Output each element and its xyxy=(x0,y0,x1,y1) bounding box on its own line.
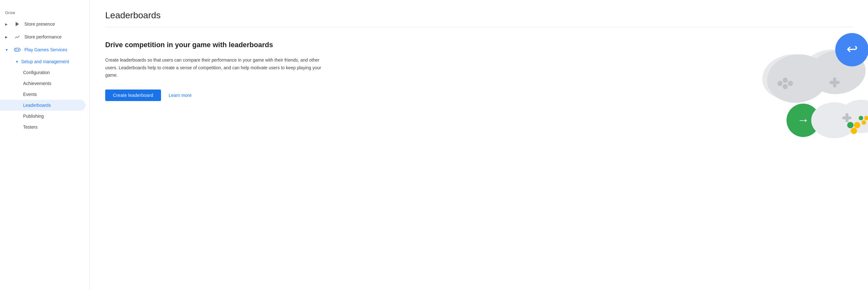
sidebar-label-achievements: Achievements xyxy=(23,81,51,86)
sidebar-label-events: Events xyxy=(23,92,37,97)
svg-point-39 xyxy=(851,128,857,134)
sidebar-item-events[interactable]: Events xyxy=(0,89,86,100)
svg-marker-0 xyxy=(16,22,19,26)
svg-rect-24 xyxy=(833,77,836,88)
illustration: ↩ → xyxy=(752,26,868,148)
sidebar-label-store-performance: Store performance xyxy=(24,34,62,39)
sidebar-label-testers: Testers xyxy=(23,125,37,130)
sidebar-label-setup-management: Setup and management xyxy=(21,59,69,64)
sidebar-item-leaderboards[interactable]: Leaderboards xyxy=(0,100,86,111)
svg-point-34 xyxy=(859,116,863,120)
store-presence-icon xyxy=(14,21,21,27)
sidebar-item-configuration[interactable]: Configuration xyxy=(0,67,86,78)
expand-icon-store-presence: ▶ xyxy=(5,23,10,26)
svg-point-22 xyxy=(778,81,783,86)
action-buttons: Create leaderboard Learn more xyxy=(105,90,323,101)
sidebar-item-store-presence[interactable]: ▶ Store presence xyxy=(0,18,86,30)
svg-text:→: → xyxy=(797,113,809,127)
store-performance-icon xyxy=(14,34,21,40)
grow-section-label: Grow xyxy=(0,5,90,18)
play-games-icon xyxy=(14,46,21,53)
svg-point-21 xyxy=(783,84,788,89)
svg-point-19 xyxy=(788,81,793,86)
svg-point-2 xyxy=(16,50,16,50)
sidebar-item-setup-management[interactable]: ▼ Setup and management xyxy=(0,56,86,67)
svg-point-5 xyxy=(16,51,16,51)
expand-icon-store-performance: ▶ xyxy=(5,35,10,39)
svg-point-18 xyxy=(805,71,828,84)
svg-rect-33 xyxy=(845,113,848,122)
sidebar-label-configuration: Configuration xyxy=(23,70,50,75)
content-heading: Drive competition in your game with lead… xyxy=(105,40,323,50)
sidebar-item-play-games-services[interactable]: ▼ Play Games Services xyxy=(0,43,86,56)
svg-point-3 xyxy=(17,50,17,50)
svg-rect-1 xyxy=(14,48,20,51)
sidebar-label-publishing: Publishing xyxy=(23,114,44,119)
content-area: Drive competition in your game with lead… xyxy=(105,40,852,101)
sidebar: Grow ▶ Store presence ▶ Store performanc… xyxy=(0,0,90,290)
svg-point-20 xyxy=(783,77,788,83)
svg-point-37 xyxy=(847,122,854,128)
page-divider xyxy=(105,27,852,27)
sidebar-label-leaderboards: Leaderboards xyxy=(23,103,51,108)
create-leaderboard-button[interactable]: Create leaderboard xyxy=(105,90,161,101)
game-controller-illustration: ↩ → xyxy=(752,26,868,148)
expand-icon-setup: ▼ xyxy=(16,60,19,64)
sidebar-label-store-presence: Store presence xyxy=(24,22,55,27)
sidebar-item-testers[interactable]: Testers xyxy=(0,122,86,132)
svg-text:↩: ↩ xyxy=(846,41,858,57)
main-content: Leaderboards Drive competition in your g… xyxy=(90,0,868,290)
page-title: Leaderboards xyxy=(105,10,852,21)
sidebar-item-publishing[interactable]: Publishing xyxy=(0,111,86,122)
content-description: Create leaderboards so that users can co… xyxy=(105,57,323,79)
learn-more-link[interactable]: Learn more xyxy=(169,93,192,98)
svg-point-38 xyxy=(854,122,860,128)
sidebar-label-play-games-services: Play Games Services xyxy=(24,47,67,52)
sidebar-item-store-performance[interactable]: ▶ Store performance xyxy=(0,30,86,43)
sidebar-item-achievements[interactable]: Achievements xyxy=(0,78,86,89)
expand-icon-play-games: ▼ xyxy=(5,48,10,52)
content-text-block: Drive competition in your game with lead… xyxy=(105,40,323,101)
svg-point-36 xyxy=(862,120,866,125)
svg-point-4 xyxy=(16,49,16,50)
